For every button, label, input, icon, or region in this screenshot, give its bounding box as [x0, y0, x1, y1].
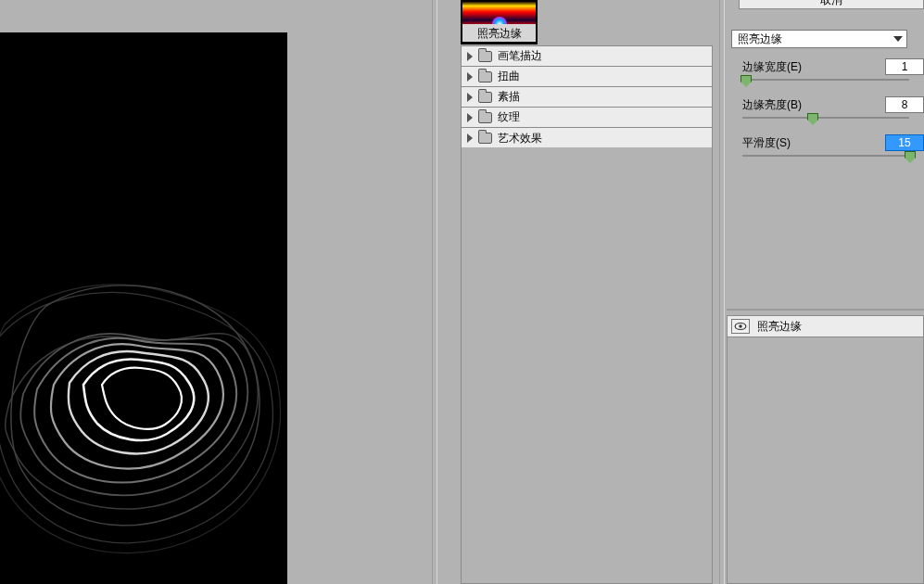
folder-row-brush-strokes[interactable]: 画笔描边	[462, 46, 712, 67]
param-edge-width-slider[interactable]	[742, 79, 909, 81]
expand-triangle-icon	[467, 52, 473, 61]
slider-thumb-icon[interactable]	[740, 75, 752, 83]
cancel-button-label: 取消	[820, 0, 842, 6]
folder-icon	[478, 51, 492, 62]
filter-category-list: 画笔描边 扭曲 素描 纹理 艺术效果	[461, 45, 713, 149]
folder-icon	[478, 71, 492, 83]
expand-triangle-icon	[467, 93, 473, 102]
folder-label: 纹理	[498, 109, 520, 125]
slider-thumb-icon[interactable]	[905, 151, 916, 159]
param-smoothness-label: 平滑度(S)	[742, 135, 791, 151]
preview-canvas[interactable]	[0, 32, 287, 584]
param-edge-brightness-input[interactable]	[885, 96, 924, 113]
effect-layer-panel: 照亮边缘	[727, 315, 924, 584]
folder-label: 扭曲	[498, 69, 520, 84]
expand-triangle-icon	[467, 133, 473, 143]
effect-layer-row[interactable]: 照亮边缘	[727, 315, 924, 337]
folder-icon	[478, 112, 492, 123]
chevron-down-icon	[893, 36, 903, 42]
param-edge-width-input[interactable]	[885, 58, 924, 75]
slider-thumb-icon[interactable]	[807, 113, 818, 121]
visibility-eye-icon[interactable]	[731, 319, 750, 334]
expand-triangle-icon	[467, 72, 473, 82]
folder-icon	[478, 133, 492, 144]
preview-glowing-edges-art	[0, 218, 287, 584]
param-smoothness-input[interactable]	[885, 134, 924, 151]
filter-select-dropdown[interactable]: 照亮边缘	[731, 30, 907, 48]
folder-label: 艺术效果	[498, 131, 542, 146]
param-edge-brightness-label: 边缘亮度(B)	[742, 97, 802, 113]
param-smoothness-slider[interactable]	[742, 155, 909, 157]
svg-point-1	[739, 324, 742, 328]
right-panel-divider	[727, 309, 924, 311]
expand-triangle-icon	[467, 113, 473, 122]
param-smoothness-row: 平滑度(S)	[742, 134, 924, 151]
folder-label: 画笔描边	[498, 48, 542, 64]
folder-label: 素描	[498, 89, 520, 105]
filter-thumbnail-label: 照亮边缘	[461, 24, 538, 44]
effect-layer-empty-area	[727, 337, 924, 584]
cancel-button[interactable]: 取消	[739, 0, 924, 9]
vertical-separator-2	[719, 0, 725, 584]
param-edge-brightness-slider[interactable]	[742, 117, 909, 119]
preview-top-margin	[0, 0, 287, 32]
folder-icon	[478, 92, 492, 103]
param-edge-width-row: 边缘宽度(E)	[742, 58, 924, 75]
param-edge-brightness-row: 边缘亮度(B)	[742, 96, 924, 113]
folder-row-distort[interactable]: 扭曲	[462, 67, 712, 87]
folder-row-artistic[interactable]: 艺术效果	[462, 128, 712, 148]
param-edge-width-label: 边缘宽度(E)	[742, 59, 802, 75]
effect-layer-name: 照亮边缘	[757, 319, 802, 335]
folder-row-sketch[interactable]: 素描	[462, 87, 712, 108]
filter-list-empty-area	[461, 147, 713, 584]
folder-row-texture[interactable]: 纹理	[462, 108, 712, 128]
dropdown-selected-label: 照亮边缘	[738, 32, 782, 47]
vertical-separator-1	[432, 0, 437, 584]
